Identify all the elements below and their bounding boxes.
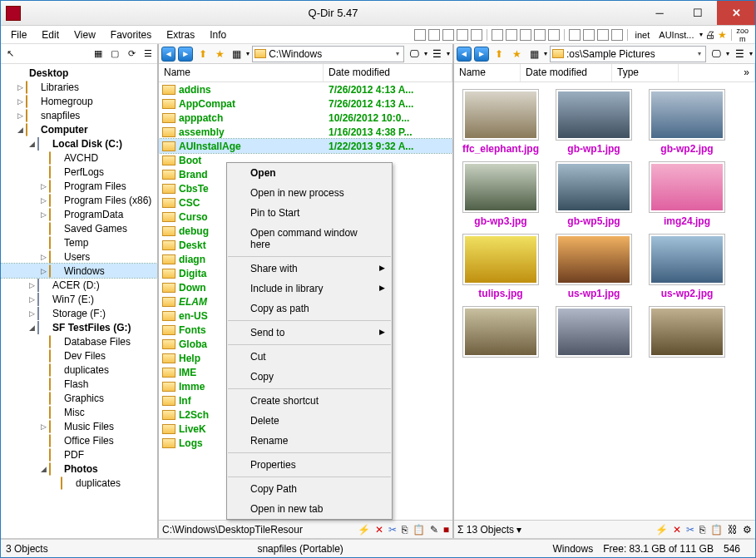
minimize-button[interactable]: ─ [640, 1, 679, 25]
tree-item[interactable]: ▷Win7 (E:) [1, 292, 157, 306]
link-icon[interactable]: ⛓ [728, 524, 738, 536]
col-date[interactable]: Date modified [521, 64, 612, 81]
chevron-down-icon[interactable]: ▾ [695, 50, 704, 57]
copy-icon[interactable]: ⎘ [402, 524, 408, 536]
tool-icon[interactable]: ⚙ [743, 524, 752, 536]
tree-item[interactable]: duplicates [1, 363, 157, 377]
layout-icon[interactable] [569, 29, 581, 41]
thumbnail[interactable]: us-wp2.jpg [644, 234, 730, 299]
tree-item[interactable]: ◢Computer [1, 122, 157, 136]
context-menu-item[interactable]: Copy [227, 367, 392, 387]
thumbnail[interactable]: gb-wp3.jpg [457, 161, 544, 227]
context-menu-item[interactable]: Send to▶ [227, 323, 392, 343]
thumbnail-grid[interactable]: ffc_elephant.jpggb-wp1.jpggb-wp2.jpggb-w… [454, 82, 755, 520]
layout-icon[interactable] [611, 29, 623, 41]
tree-item[interactable]: Office Files [1, 433, 157, 447]
copy-icon[interactable]: ⎘ [699, 524, 705, 536]
context-menu-item[interactable]: Properties [227, 455, 392, 475]
tree-item[interactable]: ◢Photos [1, 462, 157, 476]
up-icon[interactable]: ⬆ [195, 47, 210, 62]
filter-icon[interactable]: ⚡ [358, 524, 370, 536]
cut-icon[interactable]: ✂ [686, 524, 694, 536]
fav-icon[interactable]: ★ [509, 47, 524, 62]
col-date[interactable]: Date modified [324, 64, 452, 81]
tree-item[interactable]: Flash [1, 377, 157, 391]
context-menu-item[interactable]: Copy Path [227, 479, 392, 499]
cursor-icon[interactable]: ↖ [3, 47, 17, 61]
tree-item[interactable]: ▷ProgramData [1, 207, 157, 221]
thumbnail[interactable]: gb-wp1.jpg [551, 89, 637, 155]
tree-item[interactable]: Saved Games [1, 221, 157, 235]
layout-icon[interactable] [548, 29, 560, 41]
tree-item[interactable]: Database Files [1, 334, 157, 348]
tree-item[interactable]: ▷Program Files [1, 179, 157, 193]
file-row[interactable]: AppCompat7/26/2012 4:13 A... [159, 96, 452, 111]
tree-item[interactable]: Desktop [1, 66, 157, 80]
address-bar-right[interactable]: ▾ [550, 46, 706, 62]
layout-icon[interactable] [428, 29, 440, 41]
layout-icon[interactable] [414, 29, 426, 41]
context-menu-item[interactable]: Open command window here [227, 223, 392, 254]
context-menu-item[interactable]: Delete [227, 411, 392, 431]
paste-icon[interactable]: 📋 [413, 524, 425, 536]
col-name[interactable]: Name [159, 64, 324, 81]
file-row[interactable]: apppatch10/26/2012 10:0... [159, 111, 452, 125]
layout-icon[interactable] [471, 29, 482, 41]
tree-item[interactable]: ▷Homegroup [1, 94, 157, 108]
file-row[interactable]: addins7/26/2012 4:13 A... [159, 82, 452, 96]
context-menu[interactable]: OpenOpen in new processPin to StartOpen … [226, 162, 393, 520]
layout-icon[interactable] [597, 29, 609, 41]
column-header-left[interactable]: Name Date modified [159, 64, 452, 82]
print-icon[interactable]: 🖨 [705, 29, 715, 41]
stop-icon[interactable]: ■ [443, 524, 449, 536]
tree-item[interactable]: ▷snapfiles [1, 108, 157, 122]
menu-extras[interactable]: Extras [160, 27, 201, 42]
monitor-icon[interactable]: 🖵 [709, 47, 724, 62]
tree-item[interactable]: AVCHD [1, 151, 157, 165]
menu-view[interactable]: View [67, 27, 102, 42]
tree-item[interactable]: ▷Windows [1, 264, 157, 278]
context-menu-item[interactable]: Rename [227, 431, 392, 451]
file-row[interactable]: AUInstallAge1/22/2013 9:32 A... [159, 139, 452, 153]
monitor-icon[interactable]: 🖵 [407, 47, 421, 62]
back-icon[interactable]: ◄ [161, 47, 175, 62]
tree-item[interactable]: Temp [1, 235, 157, 249]
layout-icon[interactable] [520, 29, 531, 41]
thumbnail[interactable]: us-wp1.jpg [551, 234, 637, 299]
context-menu-item[interactable]: Copy as path [227, 299, 392, 319]
thumbnail[interactable]: gb-wp2.jpg [644, 89, 730, 155]
thumbnail[interactable]: tulips.jpg [457, 234, 544, 299]
col-type[interactable]: Type [612, 64, 679, 81]
thumbnail[interactable] [551, 306, 637, 360]
context-menu-item[interactable]: Open in new process [227, 183, 392, 203]
layout-icon[interactable] [457, 29, 468, 41]
fav-icon[interactable]: ★ [212, 47, 226, 62]
tree-tool-icon[interactable]: ▦ [91, 47, 105, 61]
menu-file[interactable]: File [4, 27, 33, 42]
maximize-button[interactable]: ☐ [679, 1, 717, 25]
context-menu-item[interactable]: Open in new tab [227, 499, 392, 519]
view-icon[interactable]: ▦ [526, 47, 541, 62]
forward-icon[interactable]: ► [474, 47, 489, 62]
star-icon[interactable]: ★ [718, 29, 727, 41]
tree-item[interactable]: ▷Users [1, 249, 157, 264]
tree-item[interactable]: duplicates [1, 476, 157, 490]
tree-item[interactable]: ▷Libraries [1, 80, 157, 94]
folder-tree[interactable]: Desktop▷Libraries▷Homegroup▷snapfiles◢Co… [1, 64, 157, 538]
layout-icon[interactable] [506, 29, 517, 41]
delete-icon[interactable]: ✕ [673, 524, 681, 536]
view-icon[interactable]: ▦ [230, 47, 244, 62]
tree-item[interactable]: ▷Storage (F:) [1, 306, 157, 320]
context-menu-item[interactable]: Create shortcut [227, 391, 392, 411]
tree-item[interactable]: PerfLogs [1, 165, 157, 179]
delete-icon[interactable]: ✕ [375, 524, 383, 536]
address-bar-left[interactable]: ▾ [252, 46, 404, 62]
thumbnail[interactable]: ffc_elephant.jpg [457, 89, 544, 155]
cut-icon[interactable]: ✂ [388, 524, 397, 536]
layout-icon[interactable] [534, 29, 546, 41]
filter-icon[interactable]: ⚡ [655, 524, 668, 536]
thumbnail[interactable] [644, 306, 730, 360]
tree-item[interactable]: ▷Program Files (x86) [1, 193, 157, 207]
back-icon[interactable]: ◄ [457, 47, 472, 62]
chevron-down-icon[interactable]: ▾ [393, 50, 402, 57]
